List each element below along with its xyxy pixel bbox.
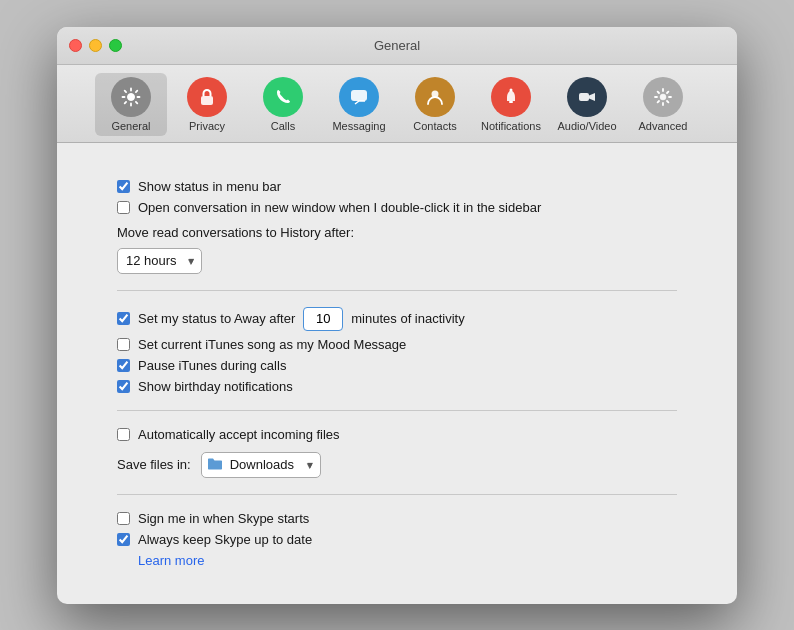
keep-updated-label: Always keep Skype up to date (138, 532, 312, 547)
learn-more-link[interactable]: Learn more (138, 553, 204, 568)
save-files-row: Save files in: Downloads Desktop Documen… (117, 452, 677, 478)
svg-rect-1 (201, 96, 213, 105)
tab-messaging[interactable]: Messaging (323, 73, 395, 136)
svg-rect-4 (509, 101, 513, 103)
sign-in-label: Sign me in when Skype starts (138, 511, 309, 526)
learn-more-row: Learn more (138, 553, 677, 568)
history-select-wrapper: 12 hours 1 day 1 week 2 weeks 1 month ▼ (117, 248, 677, 274)
open-conversation-label: Open conversation in new window when I d… (138, 200, 541, 215)
keep-updated-checkbox[interactable] (117, 533, 130, 546)
save-folder-dropdown[interactable]: Downloads Desktop Documents Other... (201, 452, 321, 478)
minimize-button[interactable] (89, 39, 102, 52)
history-dropdown-wrapper: 12 hours 1 day 1 week 2 weeks 1 month ▼ (117, 248, 202, 274)
svg-point-0 (128, 93, 135, 100)
away-status-label-after: minutes of inactivity (351, 311, 464, 326)
away-status-label-before: Set my status to Away after (138, 311, 295, 326)
move-read-label: Move read conversations to History after… (117, 225, 354, 240)
privacy-label: Privacy (189, 120, 225, 132)
tab-contacts[interactable]: Contacts (399, 73, 471, 136)
advanced-icon (643, 77, 683, 117)
section-files: Automatically accept incoming files Save… (117, 411, 677, 495)
toolbar: General Privacy Calls (57, 65, 737, 143)
show-status-row: Show status in menu bar (117, 179, 677, 194)
itunes-mood-row: Set current iTunes song as my Mood Messa… (117, 337, 677, 352)
tab-privacy[interactable]: Privacy (171, 73, 243, 136)
maximize-button[interactable] (109, 39, 122, 52)
general-icon (111, 77, 151, 117)
audiovideo-label: Audio/Video (557, 120, 616, 132)
save-files-label: Save files in: (117, 457, 191, 472)
tab-audiovideo[interactable]: Audio/Video (551, 73, 623, 136)
svg-rect-6 (579, 93, 589, 101)
tab-general[interactable]: General (95, 73, 167, 136)
sign-in-checkbox[interactable] (117, 512, 130, 525)
messaging-icon (339, 77, 379, 117)
close-button[interactable] (69, 39, 82, 52)
calls-label: Calls (271, 120, 295, 132)
show-status-label: Show status in menu bar (138, 179, 281, 194)
main-window: General General Privacy (57, 27, 737, 604)
away-status-row: Set my status to Away after minutes of i… (117, 307, 677, 331)
history-row: Move read conversations to History after… (117, 225, 677, 240)
birthday-notif-row: Show birthday notifications (117, 379, 677, 394)
open-conversation-row: Open conversation in new window when I d… (117, 200, 677, 215)
sign-in-row: Sign me in when Skype starts (117, 511, 677, 526)
section-away: Set my status to Away after minutes of i… (117, 291, 677, 411)
open-conversation-checkbox[interactable] (117, 201, 130, 214)
svg-point-5 (510, 88, 513, 91)
birthday-notif-label: Show birthday notifications (138, 379, 293, 394)
general-label: General (111, 120, 150, 132)
section-status: Show status in menu bar Open conversatio… (117, 163, 677, 291)
contacts-icon (415, 77, 455, 117)
notifications-label: Notifications (481, 120, 541, 132)
pause-itunes-row: Pause iTunes during calls (117, 358, 677, 373)
notifications-icon (491, 77, 531, 117)
show-status-checkbox[interactable] (117, 180, 130, 193)
contacts-label: Contacts (413, 120, 456, 132)
save-folder-wrapper: Downloads Desktop Documents Other... ▼ (201, 452, 321, 478)
inactivity-minutes-input[interactable] (303, 307, 343, 331)
itunes-mood-label: Set current iTunes song as my Mood Messa… (138, 337, 406, 352)
tab-advanced[interactable]: Advanced (627, 73, 699, 136)
section-startup: Sign me in when Skype starts Always keep… (117, 495, 677, 584)
birthday-notif-checkbox[interactable] (117, 380, 130, 393)
svg-rect-2 (351, 90, 367, 101)
svg-point-7 (660, 94, 666, 100)
privacy-icon (187, 77, 227, 117)
auto-accept-label: Automatically accept incoming files (138, 427, 340, 442)
messaging-label: Messaging (332, 120, 385, 132)
pause-itunes-label: Pause iTunes during calls (138, 358, 286, 373)
advanced-label: Advanced (639, 120, 688, 132)
auto-accept-checkbox[interactable] (117, 428, 130, 441)
away-status-checkbox[interactable] (117, 312, 130, 325)
itunes-mood-checkbox[interactable] (117, 338, 130, 351)
auto-accept-row: Automatically accept incoming files (117, 427, 677, 442)
tab-notifications[interactable]: Notifications (475, 73, 547, 136)
tab-calls[interactable]: Calls (247, 73, 319, 136)
content-area: Show status in menu bar Open conversatio… (57, 143, 737, 604)
titlebar: General (57, 27, 737, 65)
calls-icon (263, 77, 303, 117)
keep-updated-row: Always keep Skype up to date (117, 532, 677, 547)
audiovideo-icon (567, 77, 607, 117)
window-title: General (374, 38, 420, 53)
pause-itunes-checkbox[interactable] (117, 359, 130, 372)
history-dropdown[interactable]: 12 hours 1 day 1 week 2 weeks 1 month (117, 248, 202, 274)
traffic-lights (69, 39, 122, 52)
